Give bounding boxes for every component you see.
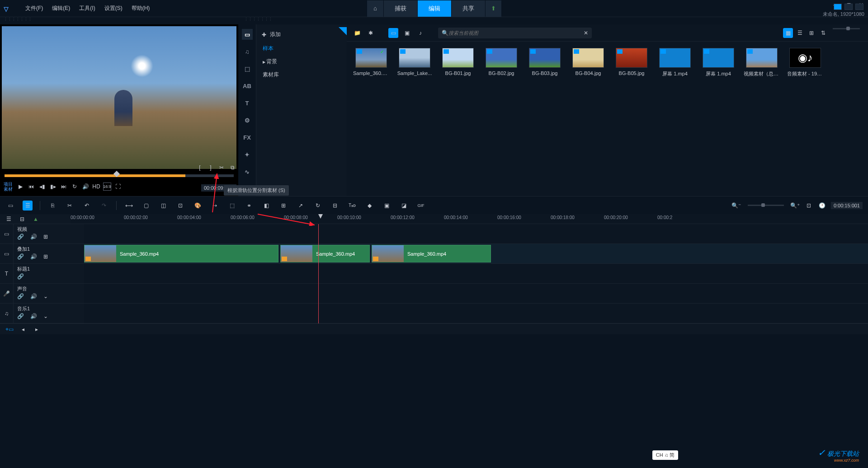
sound-track-icon[interactable]: 🎤 <box>0 284 14 303</box>
hd-toggle[interactable]: HD <box>92 183 100 191</box>
step-back-icon[interactable]: ◂▮ <box>38 183 46 191</box>
zoom-region-icon[interactable]: ⊡ <box>175 201 185 211</box>
link-icon[interactable]: 🔗 <box>17 253 24 260</box>
pan-zoom-icon[interactable]: ◫ <box>158 201 168 211</box>
split-icon[interactable]: ✂ <box>217 164 226 172</box>
video-track-icon[interactable]: ▭ <box>0 224 14 243</box>
import-folder-icon[interactable]: 📁 <box>352 28 362 38</box>
media-item[interactable]: BG-B02.jpg <box>483 48 519 77</box>
zoom-out-icon[interactable]: 🔍⁻ <box>731 201 741 211</box>
crop-icon[interactable]: ▢ <box>141 201 151 211</box>
tab-capture[interactable]: 捕获 <box>383 0 417 17</box>
corner-a-icon[interactable] <box>834 4 842 10</box>
video-track-area[interactable] <box>84 224 868 243</box>
menu-tools[interactable]: 工具(I) <box>75 3 99 14</box>
clock-icon[interactable]: 🕐 <box>817 201 827 211</box>
storyboard-view-icon[interactable]: ▭ <box>5 201 15 211</box>
gear-tab-icon[interactable]: ⚙ <box>242 115 253 126</box>
snapshot-icon[interactable]: ⧉ <box>228 164 236 172</box>
menu-edit[interactable]: 编辑(E) <box>48 3 74 14</box>
media-item[interactable]: Sample_Lake... <box>396 48 433 77</box>
3d-icon[interactable]: ◧ <box>261 201 271 211</box>
menu-settings[interactable]: 设置(S) <box>101 3 126 14</box>
title-track-icon[interactable]: T <box>0 264 14 283</box>
mute-icon[interactable]: 🔊 <box>30 253 37 260</box>
reverse-icon[interactable]: ⬚ <box>227 201 237 211</box>
fit-icon[interactable]: ⊡ <box>804 201 814 211</box>
category-sample[interactable]: 样本 <box>256 42 347 55</box>
media-item[interactable]: BG-B03.jpg <box>527 48 563 77</box>
music-track-area[interactable] <box>84 304 868 323</box>
category-media[interactable]: 素材库 <box>256 68 347 81</box>
media-item[interactable]: ◉♪音频素材 - 196... <box>787 48 823 77</box>
fx-tab-icon[interactable]: FX <box>242 132 253 143</box>
chapter-icon[interactable]: ↻ <box>313 201 323 211</box>
view-tiles-icon[interactable]: ⊞ <box>807 28 816 38</box>
tab-upload[interactable]: ⬆ <box>485 0 501 17</box>
tab-share[interactable]: 共享 <box>451 0 485 17</box>
mute-icon[interactable]: 🔊 <box>30 313 37 319</box>
tracks-menu-icon[interactable]: ☰ <box>4 214 14 224</box>
media-item[interactable]: BG-B04.jpg <box>570 48 606 77</box>
view-grid-icon[interactable]: ▦ <box>783 28 793 38</box>
music-track-icon[interactable]: ♫ <box>0 304 14 323</box>
add-media-button[interactable]: ✚ 添加 <box>256 27 347 42</box>
clip-2[interactable]: Sample_360.mp4 <box>280 245 370 262</box>
media-tab-icon[interactable]: ▭ <box>242 29 253 40</box>
preview-viewport[interactable] <box>2 26 236 169</box>
tracks-expand-icon[interactable]: ⊟ <box>17 214 27 224</box>
title-tab-icon[interactable]: AB <box>242 80 253 91</box>
grid-toggle-icon[interactable]: ⊞ <box>43 253 48 260</box>
fullscreen-icon[interactable]: ⛶ <box>114 183 122 191</box>
chevron-down-icon[interactable]: ⌄ <box>43 293 48 300</box>
media-item[interactable]: BG-B01.jpg <box>440 48 476 77</box>
zoom-in-icon[interactable]: 🔍⁺ <box>790 201 800 211</box>
view-list-icon[interactable]: ☰ <box>795 28 805 38</box>
scroll-left-icon[interactable]: ◂ <box>18 324 28 334</box>
media-item[interactable]: 屏幕 1.mp4 <box>657 48 693 77</box>
go-start-icon[interactable]: ⏮ <box>27 183 35 191</box>
loop-icon[interactable]: ↻ <box>71 183 79 191</box>
clip-3[interactable]: Sample_360.mp4 <box>372 245 491 262</box>
link-icon[interactable]: 🔗 <box>17 293 24 300</box>
mute-icon[interactable]: 🔊 <box>30 293 37 300</box>
marker-icon[interactable]: ◆ <box>364 201 374 211</box>
preview-mode-toggle[interactable]: 项目 素材 <box>4 182 13 192</box>
mark-out-icon[interactable]: ] <box>207 164 215 172</box>
overlay-track-icon[interactable]: ▭ <box>0 244 14 263</box>
menu-file[interactable]: 文件(F) <box>22 3 47 14</box>
color-icon[interactable]: 🎨 <box>193 201 203 211</box>
go-end-icon[interactable]: ⏭ <box>60 183 68 191</box>
sort-icon[interactable]: ⇅ <box>818 28 828 38</box>
corner-b-icon[interactable] <box>844 4 853 10</box>
gif-icon[interactable]: GIF <box>416 201 426 211</box>
category-background[interactable]: 背景 <box>256 55 347 68</box>
title-track-area[interactable] <box>84 264 868 283</box>
path-tab-icon[interactable]: ∿ <box>242 166 253 177</box>
audio-tab-icon[interactable]: ♫ <box>242 46 253 57</box>
play-icon[interactable]: ▶ <box>16 183 24 191</box>
step-forward-icon[interactable]: ▮▸ <box>49 183 57 191</box>
sound-track-area[interactable] <box>84 284 868 303</box>
time-ruler[interactable]: 00:00:00:0000:00:02:0000:00:04:0000:00:0… <box>71 214 868 224</box>
mark-in-icon[interactable]: [ <box>196 164 204 172</box>
clear-search-icon[interactable]: ✕ <box>584 30 588 36</box>
filter-audio-icon[interactable]: ♪ <box>415 28 425 38</box>
link-icon[interactable]: 🔗 <box>17 273 24 280</box>
copy-attr-icon[interactable]: ⎘ <box>47 201 57 211</box>
redo-icon[interactable]: ↷ <box>99 201 109 211</box>
drag-dots-left[interactable]: ⋮⋮⋮⋮⋮⋮⋮ <box>0 17 32 24</box>
media-item[interactable]: BG-B05.jpg <box>613 48 650 77</box>
wand-tab-icon[interactable]: ✦ <box>242 149 253 160</box>
cut-icon[interactable]: ✂ <box>65 201 75 211</box>
rotate-icon[interactable]: ⚭ <box>244 201 254 211</box>
menu-help[interactable]: 帮助(H) <box>128 3 154 14</box>
aspect-ratio-toggle[interactable]: 16:9 <box>103 183 111 191</box>
settings-gear-icon[interactable]: ✱ <box>366 28 376 38</box>
tab-edit[interactable]: 编辑 <box>417 0 451 17</box>
filter-video-icon[interactable]: ▭ <box>388 28 398 38</box>
corner-c-icon[interactable] <box>855 4 863 10</box>
track-motion-icon[interactable]: ▣ <box>382 201 392 211</box>
clip-1[interactable]: Sample_360.mp4 <box>84 245 278 262</box>
playhead[interactable] <box>318 224 319 323</box>
